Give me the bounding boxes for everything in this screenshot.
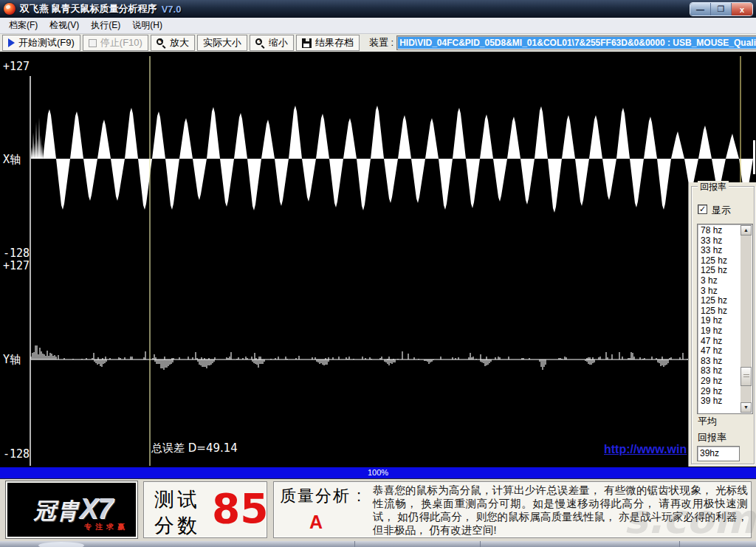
rate-item-16[interactable]: 29 hz — [699, 387, 740, 397]
app-logo-icon — [4, 3, 16, 15]
listbox-scrollbar[interactable]: ▲ ▼ — [740, 225, 752, 413]
rate-list: 78 hz33 hz33 hz125 hz125 hz3 hz3 hz125 h… — [699, 226, 740, 412]
stop-label: 停止(F10) — [100, 36, 142, 49]
minimize-button[interactable]: — — [690, 3, 711, 16]
menu-item-0[interactable]: 档案(F) — [3, 18, 44, 33]
save-results-label: 结果存档 — [315, 36, 354, 49]
menu-bar: 档案(F)检视(V)执行(E)说明(H) — [0, 18, 756, 34]
quality-analysis-panel: 质量分析 : A 恭喜您的鼠标为高分鼠，计算出少许总误差量， 有些微的锯齿状现象… — [273, 481, 752, 538]
title-bar: 双飞燕 鼠青天鼠标质量分析程序 V7.0 — ❐ x — [0, 0, 756, 18]
menu-item-2[interactable]: 执行(E) — [85, 18, 126, 33]
total-error-readout: 总误差 D=49.14 — [151, 441, 238, 455]
zoom-in-button[interactable]: + 放大 — [151, 35, 195, 51]
rate-item-7[interactable]: 125 hz — [699, 296, 740, 306]
test-score-panel: 测试 分数 85 — [143, 481, 267, 538]
device-combobox[interactable]: HID\VID_04FC&PID_05D8&MI_01&COL01\7&255F… — [396, 35, 756, 50]
rate-item-3[interactable]: 125 hz — [699, 256, 740, 266]
rate-item-15[interactable]: 29 hz — [699, 376, 740, 387]
zoom-out-button[interactable]: - 缩小 — [250, 35, 294, 51]
close-button[interactable]: x — [732, 3, 752, 16]
edge-waveform-fragment — [753, 140, 755, 174]
score-label-line1: 测试 — [154, 486, 200, 513]
average-rate-label: 回报率 — [698, 431, 726, 444]
menu-item-1[interactable]: 检视(V) — [44, 18, 85, 33]
start-test-button[interactable]: 开始测试(F9) — [2, 35, 80, 51]
rate-item-17[interactable]: 39 hz — [699, 396, 740, 407]
rate-item-13[interactable]: 83 hz — [699, 357, 740, 367]
rate-item-9[interactable]: 19 hz — [699, 316, 740, 326]
average-rate-field[interactable]: 39hz — [697, 446, 740, 461]
x-axis-min-label: -128 — [3, 247, 30, 260]
stop-icon — [89, 39, 97, 47]
rate-item-0[interactable]: 78 hz — [699, 226, 740, 236]
save-results-button[interactable]: 结果存档 — [296, 35, 360, 51]
progress-bar: 100% — [0, 467, 756, 479]
restore-button[interactable]: ❐ — [711, 3, 732, 16]
progress-value: 100% — [0, 468, 756, 477]
oscilloscope-display: +127 X轴 -128 +127 Y轴 -128 总误差 D=49.14 ht… — [0, 52, 756, 467]
x-axis-max-label: +127 — [3, 60, 30, 73]
rate-item-10[interactable]: 19 hz — [699, 326, 740, 337]
brand-name: 冠胄 — [34, 498, 80, 523]
scroll-down-icon[interactable]: ▼ — [740, 402, 752, 413]
scrollbar-thumb[interactable] — [740, 367, 752, 386]
taskbar-sliver — [0, 541, 756, 547]
magnifier-plus-icon: + — [157, 38, 166, 48]
result-section: 冠胄X7 专注求赢 测试 分数 85 质量分析 : A 恭喜您的鼠标为高分鼠，计… — [0, 479, 756, 541]
actual-size-label: 实际大小 — [203, 36, 241, 49]
rate-listbox[interactable]: 78 hz33 hz33 hz125 hz125 hz3 hz3 hz125 h… — [697, 224, 753, 414]
y-axis-min-label: -128 — [3, 447, 30, 461]
brand-slogan: 专注求赢 — [84, 522, 128, 532]
window-controls: — ❐ x — [690, 2, 753, 16]
brand-logo-panel: 冠胄X7 专注求赢 — [6, 481, 137, 538]
device-selected-value: HID\VID_04FC&PID_05D8&MI_01&COL01\7&255F… — [398, 37, 756, 49]
stop-button[interactable]: 停止(F10) — [83, 35, 148, 51]
app-window: 双飞燕 鼠青天鼠标质量分析程序 V7.0 — ❐ x 档案(F)检视(V)执行(… — [0, 0, 756, 547]
brand-model: X7 — [80, 493, 112, 524]
rate-item-5[interactable]: 3 hz — [699, 276, 740, 286]
magnifier-minus-icon: - — [255, 38, 265, 48]
rate-item-1[interactable]: 33 hz — [699, 236, 740, 247]
play-icon — [8, 38, 15, 47]
x-axis-label: X轴 — [3, 153, 21, 167]
y-axis-max-label: +127 — [3, 259, 30, 272]
report-rate-panel: 回报率 ✓ 显示 78 hz33 hz33 hz125 hz125 hz3 hz… — [688, 182, 756, 467]
y-axis-waveform — [31, 345, 755, 370]
analysis-text: 恭喜您的鼠标为高分鼠，计算出少许总误差量， 有些微的锯齿状现象， 光标线性流畅，… — [373, 484, 748, 537]
window-version: V7.0 — [162, 4, 182, 15]
rate-item-8[interactable]: 125 hz — [699, 306, 740, 317]
menu-item-3[interactable]: 说明(H) — [126, 18, 168, 33]
toolbar: 开始测试(F9) 停止(F10) + 放大 实际大小 - 缩小 结果存档 — [0, 34, 756, 52]
scroll-up-icon[interactable]: ▲ — [740, 225, 752, 235]
average-label: 平均 — [698, 415, 717, 428]
floppy-disk-icon — [302, 38, 312, 48]
rate-item-6[interactable]: 3 hz — [699, 286, 740, 297]
x-axis-waveform — [31, 106, 753, 213]
website-link[interactable]: http://www.win — [604, 443, 687, 456]
waveform-canvas — [0, 52, 756, 467]
report-rate-title: 回报率 — [698, 181, 729, 193]
analysis-label: 质量分析 : — [280, 485, 362, 507]
window-title: 双飞燕 鼠青天鼠标质量分析程序 — [20, 2, 157, 16]
zoom-in-label: 放大 — [170, 36, 189, 49]
rate-item-12[interactable]: 47 hz — [699, 346, 740, 357]
actual-size-button[interactable]: 实际大小 — [197, 35, 247, 51]
score-label-line2: 分数 — [154, 512, 200, 539]
device-label: 装置 : — [369, 36, 394, 49]
zoom-out-label: 缩小 — [269, 36, 288, 49]
rate-item-4[interactable]: 125 hz — [699, 266, 740, 276]
rate-item-2[interactable]: 33 hz — [699, 246, 740, 256]
report-rate-groupbox: 回报率 ✓ 显示 78 hz33 hz33 hz125 hz125 hz3 hz… — [691, 186, 755, 464]
show-checkbox-label: 显示 — [712, 204, 731, 217]
rate-item-14[interactable]: 83 hz — [699, 366, 740, 376]
analysis-grade: A — [309, 512, 323, 533]
start-test-label: 开始测试(F9) — [18, 36, 75, 49]
score-value: 85 — [212, 485, 269, 532]
rate-item-11[interactable]: 47 hz — [699, 337, 740, 347]
show-checkbox[interactable]: ✓ — [698, 204, 707, 214]
y-axis-label: Y轴 — [3, 353, 21, 367]
